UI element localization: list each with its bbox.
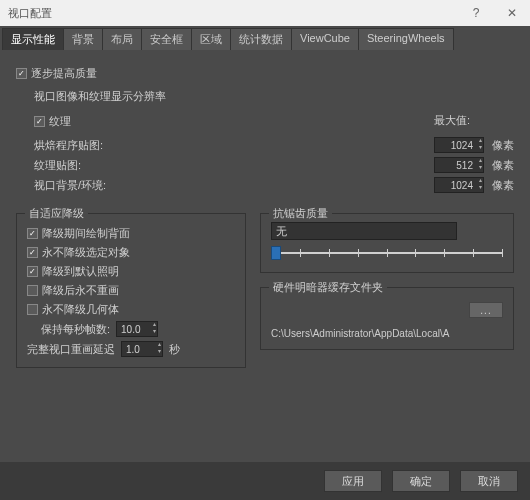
baked-maps-label: 烘焙程序贴图: xyxy=(34,138,418,153)
baked-maps-unit: 像素 xyxy=(492,138,514,153)
tab-region[interactable]: 区域 xyxy=(191,28,231,50)
fps-label: 保持每秒帧数: xyxy=(41,322,110,337)
cancel-button[interactable]: 取消 xyxy=(460,470,518,492)
baked-maps-spinner[interactable]: 1024 xyxy=(434,137,484,153)
progressive-quality-checkbox[interactable] xyxy=(16,68,27,79)
tab-layout[interactable]: 布局 xyxy=(102,28,142,50)
tab-statistics[interactable]: 统计数据 xyxy=(230,28,292,50)
textures-label: 纹理 xyxy=(49,114,71,129)
adaptive-legend: 自适应降级 xyxy=(25,206,88,221)
tab-background[interactable]: 背景 xyxy=(63,28,103,50)
texture-maps-label: 纹理贴图: xyxy=(34,158,418,173)
tab-viewcube[interactable]: ViewCube xyxy=(291,28,359,50)
redraw-delay-label: 完整视口重画延迟 xyxy=(27,342,115,357)
cache-legend: 硬件明暗器缓存文件夹 xyxy=(269,280,387,295)
antialias-legend: 抗锯齿质量 xyxy=(269,206,332,221)
cache-fieldset: 硬件明暗器缓存文件夹 ... C:\Users\Administrator\Ap… xyxy=(260,287,514,350)
adaptive-degradation-fieldset: 自适应降级 降级期间绘制背面 永不降级选定对象 降级到默认照明 降级后永不重画 … xyxy=(16,213,246,368)
fps-spinner[interactable]: 10.0 xyxy=(116,321,158,337)
tab-steeringwheels[interactable]: SteeringWheels xyxy=(358,28,454,50)
window-title: 视口配置 xyxy=(8,6,52,21)
never-degrade-selected-checkbox[interactable] xyxy=(27,247,38,258)
never-redraw-after-checkbox[interactable] xyxy=(27,285,38,296)
tab-safeframe[interactable]: 安全框 xyxy=(141,28,192,50)
titlebar: 视口配置 ? ✕ xyxy=(0,0,530,26)
texture-maps-unit: 像素 xyxy=(492,158,514,173)
antialias-select[interactable]: 无 xyxy=(271,222,457,240)
slider-thumb[interactable] xyxy=(271,246,281,260)
redraw-delay-unit: 秒 xyxy=(169,342,180,357)
help-icon[interactable]: ? xyxy=(458,0,494,26)
bg-env-unit: 像素 xyxy=(492,178,514,193)
cache-path: C:\Users\Administrator\AppData\Local\A xyxy=(271,328,503,339)
tab-bar: 显示性能 背景 布局 安全框 区域 统计数据 ViewCube Steering… xyxy=(0,26,530,50)
browse-button[interactable]: ... xyxy=(469,302,503,318)
degrade-default-lighting-checkbox[interactable] xyxy=(27,266,38,277)
texture-maps-spinner[interactable]: 512 xyxy=(434,157,484,173)
ok-button[interactable]: 确定 xyxy=(392,470,450,492)
dialog-buttons: 应用 确定 取消 xyxy=(0,462,530,500)
close-icon[interactable]: ✕ xyxy=(494,0,530,26)
never-degrade-geometry-checkbox[interactable] xyxy=(27,304,38,315)
bg-env-spinner[interactable]: 1024 xyxy=(434,177,484,193)
draw-backfaces-checkbox[interactable] xyxy=(27,228,38,239)
apply-button[interactable]: 应用 xyxy=(324,470,382,492)
content-pane: 逐步提高质量 视口图像和纹理显示分辨率 纹理 最大值: 烘焙程序贴图: 1024… xyxy=(0,50,530,380)
redraw-delay-spinner[interactable]: 1.0 xyxy=(121,341,163,357)
tab-display-performance[interactable]: 显示性能 xyxy=(2,28,64,50)
antialias-fieldset: 抗锯齿质量 无 xyxy=(260,213,514,273)
resolution-section-title: 视口图像和纹理显示分辨率 xyxy=(34,89,514,104)
bg-env-label: 视口背景/环境: xyxy=(34,178,418,193)
progressive-quality-label: 逐步提高质量 xyxy=(31,66,97,81)
antialias-slider[interactable] xyxy=(271,244,503,262)
textures-checkbox[interactable] xyxy=(34,116,45,127)
max-value-header: 最大值: xyxy=(434,113,484,128)
